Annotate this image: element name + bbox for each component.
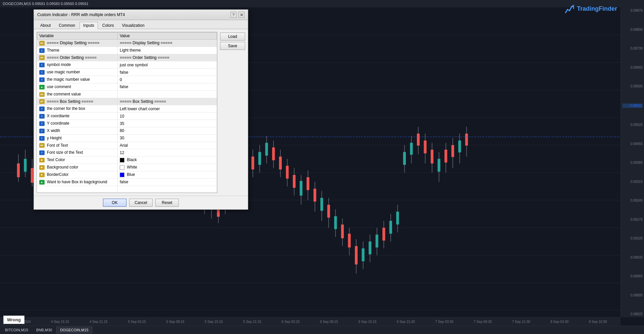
tab-common[interactable]: Common [55, 22, 79, 29]
table-row: ab Font of Text Arial [37, 142, 217, 149]
row-icon-ab: ab [39, 55, 45, 60]
table-row: i the magic number value 0 [37, 76, 217, 83]
col-value: Value [118, 32, 217, 40]
table-row: ▲ Want to have Box in bagckground false [37, 178, 217, 186]
row-icon-blue: i [39, 121, 45, 126]
row-icon-ab: ab [39, 143, 45, 148]
bg-color-swatch [120, 165, 124, 170]
svg-rect-117 [376, 235, 378, 247]
table-row: ab ===== Order Setting ===== ===== Order… [37, 54, 217, 61]
svg-rect-89 [279, 156, 282, 169]
row-icon-green: ▲ [39, 85, 45, 89]
row-icon-ab: ab [39, 92, 45, 97]
svg-rect-131 [424, 140, 426, 153]
cancel-button[interactable]: Cancel [129, 199, 153, 207]
svg-rect-109 [348, 234, 351, 248]
svg-rect-105 [334, 216, 337, 229]
side-buttons: Load Save [220, 32, 245, 193]
dialog-footer: OK Cancel Reset [34, 196, 248, 209]
table-row: i Y coordinate 35 [37, 120, 217, 127]
row-icon-blue: i [39, 77, 45, 82]
svg-rect-103 [327, 205, 330, 217]
table-row: i use magic number false [37, 69, 217, 76]
save-button[interactable]: Save [220, 42, 245, 50]
bottom-tabs: BITCOIN,M15 BNB,M30 DOGECOIN,M15 [0, 326, 644, 334]
row-icon-ab: ab [39, 41, 45, 46]
svg-rect-143 [465, 134, 468, 146]
load-button[interactable]: Load [220, 32, 245, 41]
table-row: i Font size of the Text 12 [37, 149, 217, 156]
svg-rect-13 [17, 163, 20, 177]
svg-rect-87 [272, 147, 275, 160]
tab-colors[interactable]: Colors [99, 22, 118, 29]
svg-rect-121 [389, 221, 392, 233]
svg-rect-123 [396, 212, 399, 224]
table-row: i X width 80 [37, 127, 217, 134]
svg-rect-15 [24, 159, 26, 172]
border-color-swatch [120, 173, 124, 177]
dialog-body: Variable Value ab ===== Display Setting … [34, 29, 248, 196]
table-row: i y Height 30 [37, 134, 217, 142]
table-row: ▲ use comment false [37, 83, 217, 90]
svg-rect-135 [438, 159, 440, 172]
svg-rect-119 [382, 228, 385, 241]
chart-topbar: DOGECOIN,M15 0.09581 0.09583 0.09560 0.0… [0, 0, 644, 7]
row-icon-ab: ab [39, 99, 45, 104]
row-icon-blue: i [39, 150, 45, 155]
dialog-tabs: About Common Inputs Colors Visualization [34, 20, 248, 29]
svg-rect-125 [403, 152, 406, 165]
chart-title: DOGECOIN,M15 0.09581 0.09583 0.09560 0.0… [3, 2, 89, 6]
svg-rect-137 [444, 150, 447, 162]
svg-rect-111 [355, 246, 358, 265]
indicator-dialog: Custom Indicator - RRR with multiple ord… [34, 9, 248, 210]
row-icon-color: ■ [39, 158, 45, 162]
reset-button[interactable]: Reset [155, 199, 179, 207]
tab-inputs[interactable]: Inputs [79, 22, 98, 29]
svg-rect-139 [451, 145, 454, 157]
svg-rect-101 [320, 198, 323, 211]
svg-rect-113 [362, 248, 364, 261]
ok-button[interactable]: OK [103, 199, 126, 207]
table-row: ab ===== Box Setting ===== ===== Box Set… [37, 98, 217, 105]
text-color-swatch [120, 158, 124, 162]
price-axis: 0.09870 0.09800 0.09730 0.09660 0.09595 … [621, 7, 644, 317]
table-row [37, 186, 217, 192]
dialog-titlebar[interactable]: Custom Indicator - RRR with multiple ord… [34, 10, 248, 20]
params-table-container[interactable]: Variable Value ab ===== Display Setting … [37, 32, 217, 193]
table-row: ■ BorderColor Blue [37, 171, 217, 178]
table-row: i Theme Light theme [37, 47, 217, 54]
table-row: ■ Text Color Black [37, 156, 217, 164]
row-icon-blue: i [39, 136, 45, 141]
dialog-controls: ? ✕ [230, 12, 245, 18]
svg-rect-107 [341, 224, 344, 238]
row-icon-blue: i [39, 129, 45, 133]
table-row: i symbol mode just one symbol [37, 61, 217, 69]
tab-bitcoin[interactable]: BITCOIN,M15 [1, 327, 32, 333]
svg-rect-97 [307, 177, 309, 190]
svg-rect-83 [258, 152, 261, 165]
time-axis: 4 Sep 2024 4 Sep 15:15 4 Sep 21:15 5 Sep… [0, 317, 621, 326]
row-icon-blue: i [39, 114, 45, 119]
svg-rect-133 [431, 150, 433, 163]
table-row: ■ Background color White [37, 164, 217, 171]
tab-bnb[interactable]: BNB,M30 [33, 327, 56, 333]
help-button[interactable]: ? [230, 12, 236, 18]
row-icon-color: ■ [39, 173, 45, 177]
tab-about[interactable]: About [37, 22, 54, 29]
params-table: Variable Value ab ===== Display Setting … [37, 32, 217, 193]
svg-rect-17 [31, 168, 34, 183]
row-icon-green: ▲ [39, 180, 45, 185]
svg-rect-93 [293, 175, 296, 188]
svg-rect-129 [417, 134, 420, 146]
close-button[interactable]: ✕ [238, 12, 245, 18]
table-row: ab the comment value [37, 90, 217, 98]
table-row: i X coordiante 10 [37, 113, 217, 120]
row-icon-blue: i [39, 70, 45, 75]
tab-visualization[interactable]: Visualization [118, 22, 148, 29]
row-icon-blue: i [39, 107, 45, 111]
svg-rect-99 [314, 189, 316, 201]
tab-dogecoin[interactable]: DOGECOIN,M15 [56, 327, 92, 333]
row-icon-blue: i [39, 63, 45, 67]
svg-rect-141 [458, 140, 461, 152]
svg-rect-91 [286, 166, 288, 179]
